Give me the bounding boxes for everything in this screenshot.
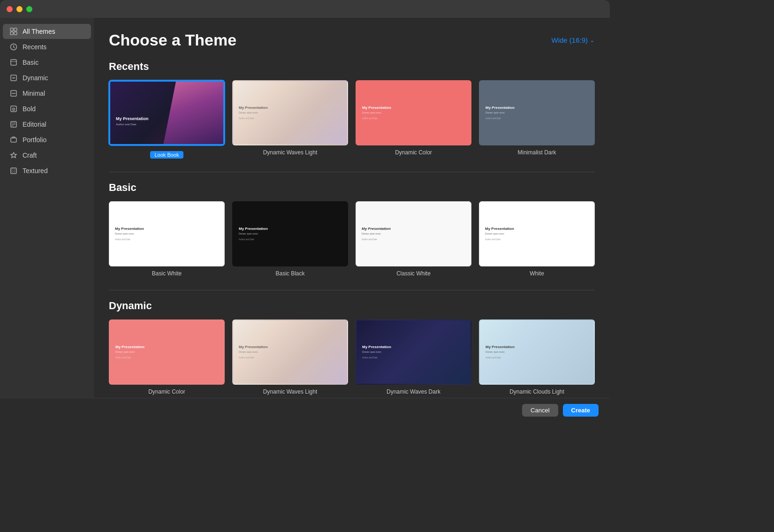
theme-item-dynamic-waves-light2[interactable]: My Presentation Donec quis nunc Author a… [232,319,348,395]
editorial-icon [9,120,18,129]
page-title: Choose a Theme [109,31,236,49]
thumb-text-dyn-color2: My Presentation Donec quis nunc Author a… [115,344,144,359]
sidebar-item-label: Portfolio [23,136,46,144]
svg-rect-3 [14,32,17,35]
theme-item-basic-white[interactable]: My Presentation Donec quis nunc Author a… [109,201,225,277]
sidebar-item-textured[interactable]: Textured [3,163,91,178]
theme-label: Dynamic Color [395,149,432,156]
theme-label: White [530,270,544,277]
theme-item-classic-white[interactable]: My Presentation Donec quis nunc Author a… [356,201,471,277]
sidebar-item-label: All Themes [23,28,55,35]
sidebar-item-dynamic[interactable]: Dynamic [3,70,91,85]
theme-item-minimalist-dark[interactable]: My Presentation Donec quis nunc Author a… [479,80,595,159]
theme-item-basic-black[interactable]: My Presentation Donec quis nunc Author a… [232,201,348,277]
sidebar-item-bold[interactable]: B Bold [3,101,91,116]
minimize-icon [9,89,18,98]
sidebar-item-label: Bold [23,105,36,113]
theme-item-dynamic-waves-dark[interactable]: My Presentation Donec quis nunc Author a… [356,319,471,395]
theme-thumbnail-dynamic-waves-light[interactable]: My Presentation Donec quis nunc Author a… [232,80,348,145]
theme-thumbnail-dyn-clouds-light[interactable]: My Presentation Donec quis nunc Author a… [479,319,595,385]
theme-label: Minimalist Dark [517,149,556,156]
theme-label: Basic Black [275,270,304,277]
sidebar-item-craft[interactable]: Craft [3,148,91,163]
create-button[interactable]: Create [563,404,599,417]
svg-rect-2 [10,32,13,35]
maximize-button[interactable] [26,6,32,12]
main-content: Choose a Theme Wide (16:9) Recents My Pr… [94,18,610,398]
thumb-text-dyn-color: My Presentation Donec quis nunc Author a… [362,105,391,120]
sidebar-item-label: Minimal [23,90,45,97]
theme-thumbnail-classic-white[interactable]: My Presentation Donec quis nunc Author a… [356,201,471,266]
square-icon [9,58,18,67]
theme-label: Dynamic Waves Light [263,149,318,156]
recents-section: Recents My Presentation Author and Date … [109,61,595,159]
thumb-text-classic-white: My Presentation Donec quis nunc Author a… [362,226,391,241]
theme-thumbnail-look-book[interactable]: My Presentation Author and Date [109,80,225,145]
craft-icon [9,151,18,160]
theme-thumbnail-basic-white[interactable]: My Presentation Donec quis nunc Author a… [109,201,225,266]
basic-grid: My Presentation Donec quis nunc Author a… [109,201,595,277]
aspect-ratio-button[interactable]: Wide (16:9) [551,36,595,44]
sidebar-item-portfolio[interactable]: Portfolio [3,132,91,147]
thumb-text-basic-black: My Presentation Donec quis nunc Author a… [239,226,268,241]
svg-rect-1 [14,28,17,31]
theme-label: Dynamic Color [148,388,185,395]
thumb-text-dyn-waves-dark: My Presentation Donec quis nunc Author a… [362,344,391,359]
sidebar-item-minimal[interactable]: Minimal [3,86,91,101]
theme-item-look-book[interactable]: My Presentation Author and Date Look Boo… [109,80,225,159]
theme-thumbnail-minimalist-dark[interactable]: My Presentation Donec quis nunc Author a… [479,80,595,145]
cancel-button[interactable]: Cancel [522,404,558,417]
theme-label: Dynamic Clouds Light [509,388,564,395]
dynamic-section: Dynamic My Presentation Donec quis nunc … [109,300,595,395]
theme-item-white[interactable]: My Presentation Donec quis nunc Author a… [479,201,595,277]
sidebar-item-label: Craft [23,152,37,159]
theme-thumbnail-dyn-color2[interactable]: My Presentation Donec quis nunc Author a… [109,319,225,385]
theme-thumbnail-dynamic-color[interactable]: My Presentation Donec quis nunc Author a… [356,80,471,145]
sidebar-item-label: Dynamic [23,74,48,82]
recents-section-title: Recents [109,61,595,73]
divider-dynamic [109,290,595,290]
sidebar-item-label: Editorial [23,121,46,128]
sparkle-icon [9,74,18,82]
titlebar [0,0,610,18]
dynamic-grid: My Presentation Donec quis nunc Author a… [109,319,595,395]
divider-basic [109,172,595,172]
theme-item-dynamic-color-recent[interactable]: My Presentation Donec quis nunc Author a… [356,80,471,159]
sidebar-item-label: Basic [23,59,38,66]
sidebar-item-all-themes[interactable]: All Themes [3,24,91,39]
thumb-text-basic-white: My Presentation Donec quis nunc Author a… [115,226,144,241]
thumb-title: My Presentation Author and Date [116,116,149,126]
minimize-button[interactable] [16,6,23,12]
sidebar-item-recents[interactable]: Recents [3,39,91,54]
grid-icon [9,27,18,36]
theme-thumbnail-white[interactable]: My Presentation Donec quis nunc Author a… [479,201,595,266]
sidebar-item-basic[interactable]: Basic [3,55,91,70]
textured-icon [9,167,18,175]
theme-label: Dynamic Waves Dark [387,388,440,395]
theme-thumbnail-dyn-waves-light2[interactable]: My Presentation Donec quis nunc Author a… [232,319,348,385]
theme-thumbnail-dyn-waves-dark[interactable]: My Presentation Donec quis nunc Author a… [356,319,471,385]
close-button[interactable] [7,6,13,12]
thumb-text-dyn-waves: My Presentation Donec quis nunc Author a… [239,105,268,120]
theme-thumbnail-basic-black[interactable]: My Presentation Donec quis nunc Author a… [232,201,348,266]
theme-badge: Look Book [150,151,184,159]
thumb-text-dyn-clouds: My Presentation Donec quis nunc Author a… [486,344,515,359]
thumb-text-minimalist: My Presentation Donec quis nunc Author a… [486,105,515,120]
portfolio-icon [9,136,18,144]
theme-item-dynamic-waves-light[interactable]: My Presentation Donec quis nunc Author a… [232,80,348,159]
thumb-text-dyn-waves2: My Presentation Donec quis nunc Author a… [239,344,268,359]
svg-rect-7 [11,75,16,81]
sidebar-item-editorial[interactable]: Editorial [3,117,91,132]
theme-label: Classic White [396,270,431,277]
theme-item-dynamic-clouds-light[interactable]: My Presentation Donec quis nunc Author a… [479,319,595,395]
thumb-text-white: My Presentation Donec quis nunc Author a… [485,226,514,241]
basic-section: Basic My Presentation Donec quis nunc Au… [109,182,595,277]
theme-item-dynamic-color[interactable]: My Presentation Donec quis nunc Author a… [109,319,225,395]
recents-grid: My Presentation Author and Date Look Boo… [109,80,595,159]
bold-icon: B [9,105,18,113]
clock-icon [9,43,18,51]
svg-rect-17 [11,168,16,174]
dynamic-section-title: Dynamic [109,300,595,312]
sidebar-item-label: Recents [23,43,46,51]
sidebar: All Themes Recents Basic [0,18,94,398]
